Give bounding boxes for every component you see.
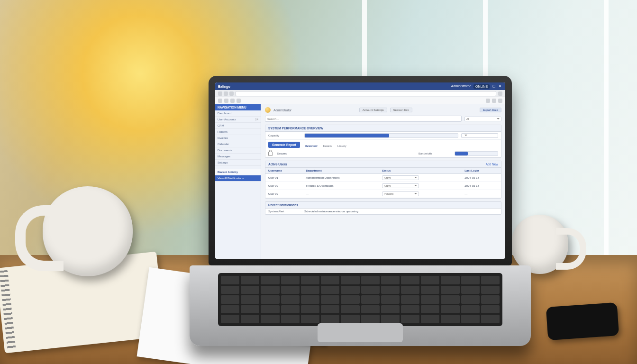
status-dropdown[interactable]: Active bbox=[382, 183, 419, 188]
sidebar-item-reports[interactable]: Reports bbox=[215, 129, 261, 135]
sidebar-item-label: Calendar bbox=[218, 143, 229, 146]
add-new-link[interactable]: Add New bbox=[486, 163, 498, 166]
cell: — bbox=[303, 190, 379, 198]
generate-report-button[interactable]: Generate Report bbox=[268, 142, 300, 148]
table-row[interactable]: User 01 Administration Department Active… bbox=[265, 174, 501, 182]
smartphone bbox=[546, 302, 619, 340]
sidebar: NAVIGATION MENU Dashboard User Accounts2… bbox=[215, 104, 261, 259]
bookmark-item-icon[interactable] bbox=[230, 99, 235, 103]
bookmark-item-icon[interactable] bbox=[224, 99, 228, 103]
sidebar-item-label: User Accounts bbox=[218, 118, 236, 121]
sidebar-item-settings[interactable]: Settings bbox=[215, 160, 261, 166]
col-department[interactable]: Department bbox=[303, 168, 379, 174]
panel-users: Active Users Add New Username Department… bbox=[265, 161, 501, 199]
col-last-login[interactable]: Last Login bbox=[462, 168, 501, 174]
sidebar-item-notifications[interactable]: View All Notifications bbox=[215, 175, 261, 182]
panel-performance: SYSTEM PERFORMANCE OVERVIEW Capacity Gen… bbox=[265, 125, 501, 158]
browser-toolbar bbox=[215, 90, 505, 97]
cell: User 02 bbox=[265, 182, 303, 190]
breadcrumb-pill[interactable]: Account Settings bbox=[359, 108, 387, 112]
metric-label: Bandwidth bbox=[419, 152, 452, 155]
tab-details[interactable]: Details bbox=[323, 145, 332, 147]
status-dropdown[interactable]: Pending bbox=[382, 191, 419, 196]
breadcrumb-user: Administrator bbox=[273, 109, 291, 112]
search-input[interactable] bbox=[265, 116, 462, 122]
notification-label: System Alert bbox=[268, 210, 301, 213]
main-content: Administrator Account Settings Session I… bbox=[261, 104, 505, 259]
secured-label: Secured bbox=[277, 152, 287, 155]
sidebar-item-calendar[interactable]: Calendar bbox=[215, 141, 261, 147]
nav-forward-icon[interactable] bbox=[224, 91, 228, 96]
coffee-mug-left bbox=[43, 186, 133, 276]
trackpad bbox=[318, 323, 403, 342]
cell: User 01 bbox=[265, 174, 303, 182]
dropdown-value: Pending bbox=[384, 192, 393, 195]
table-row[interactable]: User 03 — Pending — bbox=[265, 190, 501, 198]
window-controls-icon[interactable]: ▢ ✕ bbox=[492, 84, 502, 89]
dropdown-value: Active bbox=[384, 184, 391, 187]
nav-back-icon[interactable] bbox=[218, 91, 222, 96]
cell: User 03 bbox=[265, 190, 303, 198]
bookmarks-bar bbox=[215, 97, 505, 104]
progress-bar bbox=[455, 151, 498, 156]
cell: 2024-03-18 bbox=[462, 174, 501, 182]
bookmark-item-icon[interactable] bbox=[237, 99, 241, 103]
table-header-row: Username Department Status Last Login bbox=[265, 168, 501, 174]
breadcrumb: Administrator Account Settings Session I… bbox=[265, 107, 501, 113]
app-brand: Balingo bbox=[218, 85, 230, 88]
col-username[interactable]: Username bbox=[265, 168, 303, 174]
panel-title: Active Users bbox=[268, 163, 287, 166]
sidebar-subheader: Recent Activity bbox=[215, 169, 261, 175]
sidebar-item-invoices[interactable]: Invoices bbox=[215, 135, 261, 141]
sidebar-item-documents[interactable]: Documents bbox=[215, 147, 261, 154]
extension-icon[interactable] bbox=[486, 99, 490, 103]
progress-bar bbox=[304, 133, 458, 138]
notification-text: Scheduled maintenance window upcoming bbox=[304, 210, 358, 213]
lock-icon bbox=[268, 152, 273, 156]
bookmark-icon[interactable] bbox=[498, 91, 502, 96]
notification-row[interactable]: System Alert Scheduled maintenance windo… bbox=[265, 209, 501, 214]
sidebar-item-messages[interactable]: Messages bbox=[215, 154, 261, 160]
home-icon[interactable] bbox=[218, 99, 222, 103]
search-filter-dropdown[interactable]: All bbox=[464, 117, 501, 121]
users-table: Username Department Status Last Login Us… bbox=[265, 168, 501, 198]
panel-notifications: Recent Notifications System Alert Schedu… bbox=[265, 201, 501, 215]
sidebar-item-count: 24 bbox=[255, 118, 258, 121]
tab-overview[interactable]: Overview bbox=[305, 145, 318, 147]
table-row[interactable]: User 02 Finance & Operations Active 2024… bbox=[265, 182, 501, 190]
keyboard bbox=[218, 273, 502, 326]
cell: Administration Department bbox=[303, 174, 379, 182]
sidebar-item-label: CRM bbox=[218, 124, 224, 127]
sidebar-item-label: Documents bbox=[218, 149, 232, 152]
dropdown-value: All bbox=[466, 118, 469, 120]
app-titlebar: Balingo Administrator ONLINE ▢ ✕ bbox=[215, 82, 505, 90]
tab-history[interactable]: History bbox=[337, 145, 346, 147]
sidebar-item-users[interactable]: User Accounts24 bbox=[215, 117, 261, 123]
app-body: NAVIGATION MENU Dashboard User Accounts2… bbox=[215, 104, 505, 259]
laptop-lid: Balingo Administrator ONLINE ▢ ✕ bbox=[209, 76, 512, 265]
avatar[interactable] bbox=[265, 107, 271, 113]
laptop-base bbox=[190, 265, 531, 346]
sidebar-item-dashboard[interactable]: Dashboard bbox=[215, 110, 261, 117]
laptop: Balingo Administrator ONLINE ▢ ✕ bbox=[209, 76, 512, 346]
metric-label: Capacity bbox=[268, 134, 301, 137]
panel-title: SYSTEM PERFORMANCE OVERVIEW bbox=[268, 127, 323, 130]
address-bar[interactable] bbox=[236, 91, 496, 96]
sidebar-item-crm[interactable]: CRM bbox=[215, 123, 261, 129]
breadcrumb-pill[interactable]: Session Info bbox=[390, 108, 412, 112]
extension-icon[interactable] bbox=[492, 99, 496, 103]
panel-title: Recent Notifications bbox=[268, 203, 298, 207]
sidebar-header: NAVIGATION MENU bbox=[215, 104, 261, 110]
col-status[interactable]: Status bbox=[379, 168, 462, 174]
menu-icon[interactable] bbox=[498, 99, 502, 103]
sidebar-item-label: Reports bbox=[218, 130, 228, 133]
nav-reload-icon[interactable] bbox=[229, 91, 234, 96]
sidebar-item-label: View All Notifications bbox=[218, 177, 244, 180]
metric-dropdown[interactable] bbox=[461, 133, 498, 138]
titlebar-status: Administrator bbox=[451, 84, 471, 89]
sidebar-item-label: Messages bbox=[218, 155, 230, 158]
export-button[interactable]: Export Data bbox=[480, 108, 501, 112]
status-dropdown[interactable]: Active bbox=[382, 175, 419, 180]
sidebar-item-label: Settings bbox=[218, 161, 228, 164]
laptop-screen: Balingo Administrator ONLINE ▢ ✕ bbox=[215, 82, 505, 259]
